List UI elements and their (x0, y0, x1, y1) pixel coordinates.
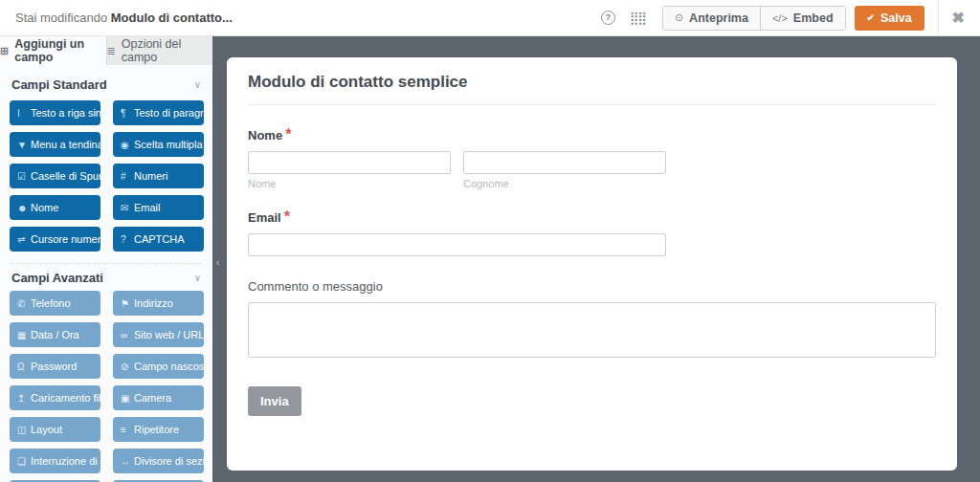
field-button-ripetitore[interactable]: ≡ Ripetitore (113, 417, 204, 442)
field-button-label: Data / Ora (31, 329, 79, 340)
field-button-label: Caricamento file (31, 392, 100, 404)
field-button-caselle-di-spunta[interactable]: ☑ Caselle di Spunta (10, 164, 100, 188)
field-button-sito-web-url[interactable]: ∞ Sito web / URL (113, 322, 204, 347)
first-name-sublabel: Nome (248, 178, 451, 189)
field-button-caricamento-file[interactable]: ↥ Caricamento file (10, 385, 100, 410)
builder-shell: ⊞ Aggiungi un campo ≣ Opzioni del campo … (0, 36, 980, 482)
preview-label: Anteprima (689, 11, 748, 25)
form-preview-backdrop: ‹ Modulo di contatto semplice Nome* Nome… (212, 36, 980, 482)
chevron-down-icon: ∨ (194, 273, 201, 283)
field-button-divisore-di-sezione[interactable]: ↔ Divisore di sezione (113, 449, 204, 473)
field-button-label: Numeri (134, 170, 167, 182)
form-preview-panel: Modulo di contatto semplice Nome* Nome C… (227, 57, 957, 471)
field-type-icon: ⇌ (17, 234, 31, 245)
required-asterisk: * (284, 208, 290, 225)
field-button-layout[interactable]: ◫ Layout (10, 417, 100, 442)
add-field-icon: ⊞ (0, 45, 9, 57)
field-button-label: Cursore numerico (31, 233, 100, 245)
editing-prefix: Stai modificando (15, 11, 111, 25)
field-type-icon: Ω (17, 362, 31, 372)
field-type-icon: ≡ (121, 425, 134, 435)
field-button-label: Campo nascosto (134, 361, 204, 372)
standard-fields-section: Campi Standard ∨ I Testo a riga singola … (0, 77, 212, 252)
close-icon[interactable]: ✖ (939, 9, 967, 27)
standard-section-header[interactable]: Campi Standard ∨ (11, 77, 201, 92)
field-button-numeri[interactable]: # Numeri (113, 164, 204, 188)
field-button-label: Testo di paragrafo (134, 107, 204, 119)
first-name-column: Nome (248, 151, 451, 189)
tab-field-options-label: Opzioni del campo (122, 37, 212, 64)
name-inputs-row: Nome Cognome (248, 151, 936, 189)
field-button-testo-di-paragrafo[interactable]: ¶ Testo di paragrafo (113, 100, 204, 125)
sidebar-tabs: ⊞ Aggiungi un campo ≣ Opzioni del campo (0, 36, 212, 65)
field-button-camera[interactable]: ▣ Camera (113, 385, 204, 410)
field-button-label: Sito web / URL (134, 329, 204, 340)
comment-textarea[interactable] (248, 302, 936, 358)
field-button-label: Camera (134, 392, 171, 404)
last-name-column: Cognome (463, 151, 666, 189)
editing-status: Stai modificando Modulo di contatto... (15, 11, 233, 25)
advanced-fields-grid: ✆ Telefono ⚑ Indirizzo ▦ Data / Ora (10, 291, 203, 482)
field-type-icon: ❏ (17, 456, 31, 467)
advanced-section-header[interactable]: Campi Avanzati ∨ (11, 270, 201, 285)
field-palette-sidebar: ⊞ Aggiungi un campo ≣ Opzioni del campo … (0, 36, 212, 482)
preview-button[interactable]: ⊙ Anteprima (663, 7, 760, 30)
name-field-block[interactable]: Nome* Nome Cognome (248, 126, 936, 189)
chevron-left-icon: ‹ (216, 256, 220, 268)
tab-field-options[interactable]: ≣ Opzioni del campo (106, 36, 213, 65)
field-button-menu-a-tendina[interactable]: ▼ Menu a tendina (10, 132, 100, 157)
field-button-testo-a-riga-singola[interactable]: I Testo a riga singola (10, 100, 100, 125)
field-button-label: Indirizzo (134, 297, 173, 309)
help-icon[interactable]: ? (601, 11, 615, 25)
name-field-label: Nome (248, 128, 282, 142)
field-button-label: Interruzione di pa... (31, 455, 100, 467)
field-button-scelta-multipla[interactable]: ◉ Scelta multipla (113, 132, 204, 157)
field-button-captcha[interactable]: ? CAPTCHA (113, 227, 204, 252)
standard-section-title: Campi Standard (11, 77, 107, 92)
field-button-interruzione-di-pa[interactable]: ❏ Interruzione di pa... (10, 449, 100, 473)
comment-field-label: Commento o messaggio (248, 279, 936, 294)
save-label: Salva (880, 11, 912, 25)
submit-button[interactable]: Invia (248, 386, 301, 416)
tab-add-field[interactable]: ⊞ Aggiungi un campo (0, 36, 106, 65)
preview-embed-group: ⊙ Anteprima </> Embed (662, 6, 846, 31)
email-field-block[interactable]: Email* (248, 208, 936, 256)
field-button-label: Caselle di Spunta (31, 170, 100, 182)
field-button-label: Divisore di sezione (134, 455, 204, 467)
field-type-icon: ▦ (17, 330, 31, 340)
check-icon: ✔ (867, 12, 875, 23)
field-button-telefono[interactable]: ✆ Telefono (10, 291, 100, 316)
field-button-password[interactable]: Ω Password (10, 354, 100, 379)
field-type-icon: ▼ (17, 140, 31, 150)
field-type-icon: ⚑ (121, 298, 134, 309)
name-field-label-row: Nome* (248, 126, 936, 143)
first-name-input[interactable] (248, 151, 451, 174)
field-button-email[interactable]: ✉ Email (113, 195, 204, 220)
field-button-cursore-numerico[interactable]: ⇌ Cursore numerico (10, 227, 100, 252)
field-type-icon: ? (121, 234, 134, 245)
form-title[interactable]: Modulo di contatto semplice (248, 73, 936, 105)
comment-field-block[interactable]: Commento o messaggio (248, 279, 936, 362)
field-type-icon: ▣ (121, 393, 134, 404)
email-field-label-row: Email* (248, 208, 936, 226)
chevron-down-icon: ∨ (194, 79, 201, 90)
field-button-data-ora[interactable]: ▦ Data / Ora (10, 322, 100, 347)
field-button-label: Password (31, 361, 77, 372)
last-name-sublabel: Cognome (463, 178, 666, 189)
field-type-icon: ⊘ (121, 362, 134, 372)
shortcuts-grid-icon[interactable]: ⣿⣿ (630, 11, 646, 24)
save-button[interactable]: ✔ Salva (855, 6, 924, 31)
sidebar-collapse-handle[interactable]: ‹ (212, 244, 223, 280)
field-button-campo-nascosto[interactable]: ⊘ Campo nascosto (113, 354, 204, 379)
field-button-nome[interactable]: ☻ Nome (10, 195, 100, 220)
embed-label: Embed (793, 11, 834, 25)
advanced-section-title: Campi Avanzati (11, 271, 103, 285)
field-button-indirizzo[interactable]: ⚑ Indirizzo (113, 291, 204, 316)
required-asterisk: * (285, 126, 291, 142)
field-button-label: Menu a tendina (31, 139, 100, 150)
field-type-icon: ◉ (121, 140, 134, 150)
embed-button[interactable]: </> Embed (760, 7, 845, 30)
last-name-input[interactable] (463, 151, 666, 174)
email-input[interactable] (248, 233, 666, 256)
field-button-label: Testo a riga singola (31, 107, 100, 119)
